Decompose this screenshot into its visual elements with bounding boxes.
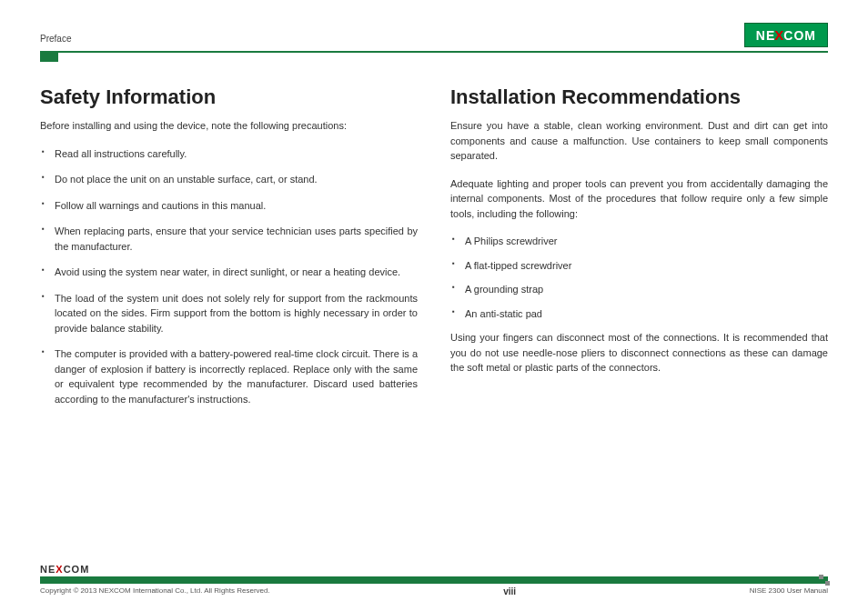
- document-name: NISE 2300 User Manual: [750, 586, 828, 596]
- list-item: When replacing parts, ensure that your s…: [55, 224, 418, 254]
- safety-title: Safety Information: [40, 85, 418, 109]
- logo-text-post: COM: [783, 28, 816, 43]
- logo-text-pre: NE: [756, 28, 775, 43]
- list-item: Do not place the unit on an unstable sur…: [55, 172, 418, 187]
- install-title: Installation Recommendations: [450, 85, 828, 109]
- header-section: Preface: [40, 34, 71, 47]
- list-item: Follow all warnings and cautions in this…: [55, 198, 418, 214]
- list-item: Read all instructions carefully.: [55, 146, 418, 162]
- install-p1: Ensure you have a stable, clean working …: [450, 118, 828, 164]
- right-column: Installation Recommendations Ensure you …: [450, 85, 828, 417]
- footer-logo: NEXCOM: [40, 564, 828, 575]
- install-p3: Using your fingers can disconnect most o…: [450, 330, 828, 376]
- list-item: A grounding strap: [465, 282, 828, 297]
- header-rule: [40, 51, 828, 53]
- list-item: A flat-tipped screwdriver: [465, 258, 828, 274]
- page-footer: NEXCOM Copyright © 2013 NEXCOM Internati…: [40, 564, 828, 596]
- page-number: viii: [503, 586, 516, 596]
- list-item: An anti-static pad: [465, 306, 828, 322]
- left-column: Safety Information Before installing and…: [40, 85, 418, 417]
- corner-squares-icon: [819, 575, 830, 586]
- footer-logo-x: X: [56, 564, 63, 575]
- copyright-text: Copyright © 2013 NEXCOM International Co…: [40, 586, 270, 596]
- list-item: The load of the system unit does not sol…: [55, 291, 418, 336]
- safety-intro: Before installing and using the device, …: [40, 118, 418, 134]
- footer-logo-pre: NE: [40, 564, 56, 575]
- tools-list: A Philips screwdriver A flat-tipped scre…: [450, 234, 828, 321]
- footer-logo-post: COM: [64, 564, 90, 575]
- safety-list: Read all instructions carefully. Do not …: [40, 146, 418, 407]
- list-item: Avoid using the system near water, in di…: [55, 265, 418, 280]
- brand-logo: NEXCOM: [744, 23, 828, 47]
- footer-rule: [40, 576, 828, 584]
- list-item: A Philips screwdriver: [465, 234, 828, 249]
- list-item: The computer is provided with a battery-…: [55, 346, 418, 406]
- install-p2: Adequate lighting and proper tools can p…: [450, 176, 828, 222]
